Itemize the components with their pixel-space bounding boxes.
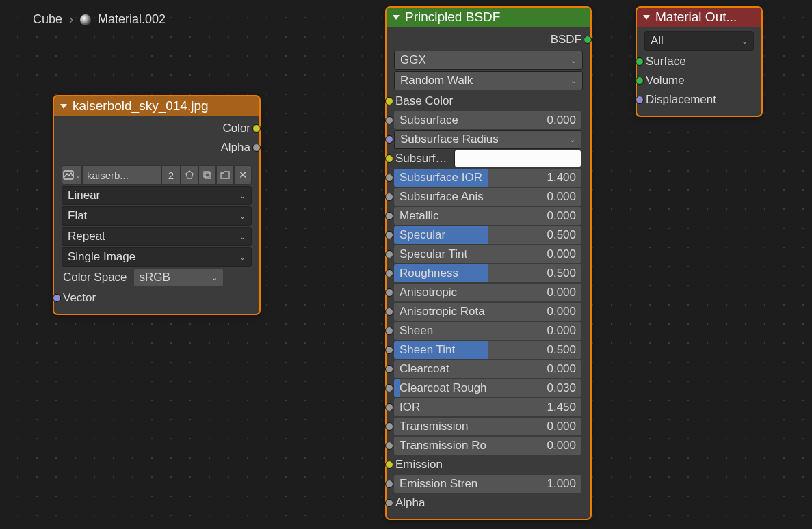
chevron-down-icon: ⌄ <box>742 37 748 46</box>
input-subsurface-ior[interactable]: Subsurface IOR1.400 <box>390 168 587 187</box>
input-transmission-rough[interactable]: Transmission Ro0.000 <box>390 436 587 455</box>
slider-ior[interactable]: IOR1.450 <box>394 398 581 416</box>
input-specular-tint[interactable]: Specular Tint0.000 <box>390 245 587 264</box>
socket-vector-in[interactable] <box>53 294 61 302</box>
image-browse-dropdown[interactable]: ⌄ <box>62 165 82 185</box>
input-clearcoat[interactable]: Clearcoat0.000 <box>390 360 587 379</box>
subsurface-color-swatch[interactable] <box>454 150 581 167</box>
socket-base-color-in[interactable] <box>385 97 393 105</box>
input-emission-strength[interactable]: Emission Stren1.000 <box>390 474 587 493</box>
image-datablock[interactable]: ⌄ kaiserb... 2 ✕ <box>62 165 252 185</box>
socket-displacement-in[interactable] <box>636 96 644 104</box>
socket-anisotropic-in[interactable] <box>385 288 393 297</box>
socket-bsdf-out[interactable] <box>584 36 592 44</box>
colorspace-label: Color Space <box>63 271 127 284</box>
unlink-image-icon[interactable]: ✕ <box>234 165 252 185</box>
chevron-down-icon: ⌄ <box>571 77 577 85</box>
input-subsurface-radius[interactable]: Subsurface Radius⌄ <box>390 130 587 149</box>
socket-transmission-rough-in[interactable] <box>385 442 393 450</box>
input-anisotropic-rot[interactable]: Anisotropic Rota0.000 <box>390 302 587 321</box>
input-base-color: Base Color <box>390 92 587 111</box>
socket-subsurf-color-in[interactable] <box>385 154 393 163</box>
output-alpha: Alpha <box>57 138 256 157</box>
socket-emission-in[interactable] <box>385 461 393 469</box>
socket-alpha-in[interactable] <box>385 499 393 507</box>
image-user-count[interactable]: 2 <box>161 165 181 185</box>
socket-anisotropic-rot-in[interactable] <box>385 308 393 316</box>
socket-subsurface-ior-in[interactable] <box>385 174 393 182</box>
fake-user-icon[interactable] <box>181 165 198 185</box>
socket-clearcoat-in[interactable] <box>385 365 393 373</box>
socket-transmission-in[interactable] <box>385 422 393 431</box>
slider-specular[interactable]: Specular0.500 <box>394 226 581 244</box>
input-ior[interactable]: IOR1.450 <box>390 398 587 417</box>
node-image-texture[interactable]: kaiserbold_sky_014.jpg Color Alpha ⌄ kai… <box>53 96 260 314</box>
slider-anisotropic-rot[interactable]: Anisotropic Rota0.000 <box>394 303 581 321</box>
node-material-output[interactable]: Material Out... All⌄ Surface Volume Disp… <box>636 7 762 116</box>
image-name-field[interactable]: kaiserb... <box>82 165 161 185</box>
distribution-dropdown[interactable]: GGX⌄ <box>394 51 583 70</box>
slider-transmission-rough[interactable]: Transmission Ro0.000 <box>394 437 581 455</box>
slider-subsurface[interactable]: Subsurface0.000 <box>394 111 581 129</box>
socket-volume-in[interactable] <box>636 77 644 85</box>
socket-surface-in[interactable] <box>636 57 644 66</box>
input-transmission[interactable]: Transmission0.000 <box>390 417 587 436</box>
projection-dropdown[interactable]: Flat⌄ <box>62 206 252 226</box>
input-anisotropic[interactable]: Anisotropic0.000 <box>390 283 587 302</box>
source-dropdown[interactable]: Single Image⌄ <box>62 247 252 267</box>
node-header[interactable]: Material Out... <box>636 7 762 27</box>
breadcrumb-material[interactable]: Material.002 <box>98 12 166 27</box>
slider-emission-strength[interactable]: Emission Stren1.000 <box>394 475 581 493</box>
socket-subsurface-in[interactable] <box>385 116 393 124</box>
chevron-down-icon[interactable] <box>60 104 67 109</box>
socket-sheen-in[interactable] <box>385 327 393 335</box>
node-header[interactable]: Principled BSDF <box>386 7 591 27</box>
open-image-icon[interactable] <box>216 165 234 185</box>
svg-rect-2 <box>205 173 211 178</box>
slider-sheen[interactable]: Sheen0.000 <box>394 322 581 340</box>
socket-subsurface-anis-in[interactable] <box>385 193 393 201</box>
socket-ior-in[interactable] <box>385 403 393 411</box>
chevron-down-icon[interactable] <box>643 15 650 20</box>
socket-clearcoat-rough-in[interactable] <box>385 384 393 392</box>
socket-specular-in[interactable] <box>385 231 393 239</box>
socket-specular-tint-in[interactable] <box>385 250 393 258</box>
input-clearcoat-rough[interactable]: Clearcoat Rough0.030 <box>390 379 587 398</box>
socket-roughness-in[interactable] <box>385 269 393 277</box>
slider-sheen-tint[interactable]: Sheen Tint0.500 <box>394 341 581 359</box>
input-metallic[interactable]: Metallic0.000 <box>390 206 587 226</box>
socket-metallic-in[interactable] <box>385 212 393 220</box>
chevron-down-icon[interactable] <box>393 15 400 20</box>
socket-subsurf-radius-in[interactable] <box>385 135 393 144</box>
breadcrumb[interactable]: Cube › Material.002 <box>33 12 166 27</box>
slider-transmission[interactable]: Transmission0.000 <box>394 418 581 435</box>
input-subsurface-color[interactable]: Subsurfa... <box>390 149 587 168</box>
target-dropdown[interactable]: All⌄ <box>644 31 754 51</box>
socket-sheen-tint-in[interactable] <box>385 346 393 354</box>
interpolation-dropdown[interactable]: Linear⌄ <box>62 186 252 205</box>
socket-alpha-out[interactable] <box>252 144 261 152</box>
input-subsurface[interactable]: Subsurface0.000 <box>390 111 587 130</box>
input-specular[interactable]: Specular0.500 <box>390 226 587 245</box>
colorspace-dropdown[interactable]: sRGB⌄ <box>134 269 223 286</box>
node-header[interactable]: kaiserbold_sky_014.jpg <box>53 96 260 116</box>
input-sheen-tint[interactable]: Sheen Tint0.500 <box>390 340 587 360</box>
slider-clearcoat[interactable]: Clearcoat0.000 <box>394 360 581 378</box>
subsurface-method-dropdown[interactable]: Random Walk⌄ <box>394 71 583 90</box>
socket-emission-strength-in[interactable] <box>385 480 393 488</box>
input-subsurface-anis[interactable]: Subsurface Anis0.000 <box>390 187 587 206</box>
slider-subsurface-ior[interactable]: Subsurface IOR1.400 <box>394 169 581 187</box>
new-image-icon[interactable] <box>198 165 216 185</box>
socket-color-out[interactable] <box>252 124 261 133</box>
slider-clearcoat-rough[interactable]: Clearcoat Rough0.030 <box>394 379 581 397</box>
breadcrumb-object[interactable]: Cube <box>33 12 62 27</box>
slider-roughness[interactable]: Roughness0.500 <box>394 264 581 282</box>
input-roughness[interactable]: Roughness0.500 <box>390 264 587 283</box>
slider-anisotropic[interactable]: Anisotropic0.000 <box>394 284 581 301</box>
slider-specular-tint[interactable]: Specular Tint0.000 <box>394 245 581 263</box>
slider-metallic[interactable]: Metallic0.000 <box>394 207 581 225</box>
node-principled-bsdf[interactable]: Principled BSDF BSDF GGX⌄ Random Walk⌄ B… <box>386 7 591 519</box>
input-sheen[interactable]: Sheen0.000 <box>390 321 587 340</box>
extension-dropdown[interactable]: Repeat⌄ <box>62 227 252 246</box>
slider-subsurface-anis[interactable]: Subsurface Anis0.000 <box>394 188 581 206</box>
